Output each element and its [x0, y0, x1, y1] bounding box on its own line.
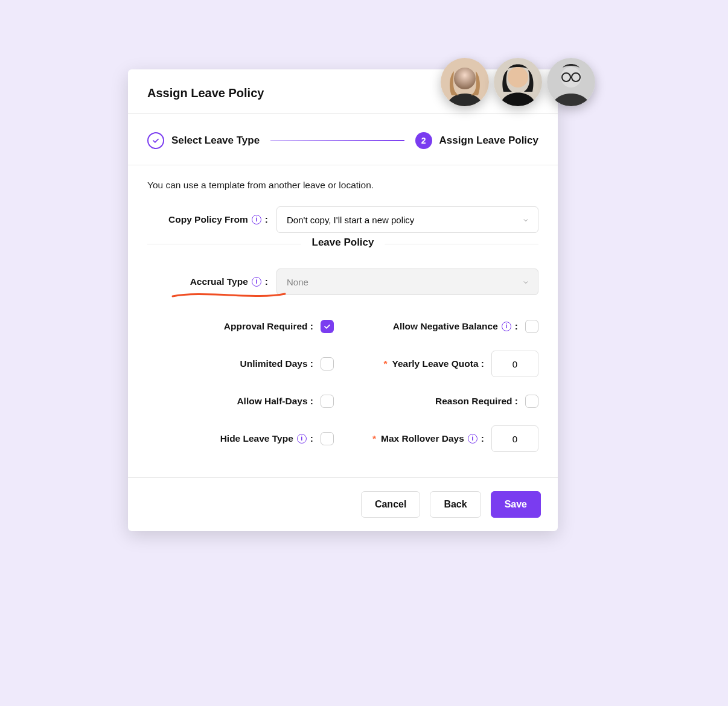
accrual-type-label: Accrual Type i :: [147, 276, 268, 287]
section-title: Leave Policy: [301, 237, 385, 249]
yearly-leave-quota-label: * Yearly Leave Quota :: [383, 358, 484, 369]
required-asterisk-icon: *: [383, 358, 387, 369]
info-icon[interactable]: i: [252, 215, 261, 224]
step-1: Select Leave Type: [147, 132, 260, 149]
info-icon[interactable]: i: [252, 277, 261, 287]
avatar: [494, 58, 542, 106]
info-icon[interactable]: i: [297, 434, 307, 444]
copy-policy-from-select[interactable]: Don't copy, I'll start a new policy: [276, 206, 538, 233]
avatar-group: [441, 58, 595, 106]
hide-leave-type-label: Hide Leave Type i :: [220, 433, 313, 444]
step-1-label: Select Leave Type: [171, 135, 260, 147]
copy-policy-from-label: Copy Policy From i :: [147, 214, 268, 225]
cancel-button[interactable]: Cancel: [361, 491, 420, 518]
reason-required-checkbox[interactable]: [525, 395, 538, 408]
info-icon[interactable]: i: [502, 322, 511, 331]
unlimited-days-label: Unlimited Days :: [240, 358, 313, 369]
chevron-down-icon: [522, 217, 528, 223]
max-rollover-days-label: * Max Rollover Days i :: [372, 433, 484, 444]
step-2: 2 Assign Leave Policy: [415, 132, 538, 149]
dialog-footer: Cancel Back Save: [128, 477, 558, 531]
unlimited-days-checkbox[interactable]: [321, 357, 334, 370]
approval-required-checkbox[interactable]: [321, 320, 334, 333]
step-connector: [270, 140, 404, 141]
allow-half-days-label: Allow Half-Days :: [237, 396, 313, 407]
allow-negative-balance-checkbox[interactable]: [525, 320, 538, 333]
allow-half-days-checkbox[interactable]: [321, 395, 334, 408]
intro-text: You can use a template from another leav…: [147, 180, 538, 191]
svg-point-1: [454, 68, 476, 89]
check-icon: [147, 132, 164, 149]
max-rollover-days-input[interactable]: [491, 425, 538, 452]
info-icon[interactable]: i: [468, 434, 477, 444]
required-asterisk-icon: *: [372, 433, 376, 444]
chevron-down-icon: [522, 279, 528, 285]
yearly-leave-quota-input[interactable]: [491, 351, 538, 377]
step-2-label: Assign Leave Policy: [439, 135, 538, 147]
allow-negative-balance-label: Allow Negative Balance i :: [393, 321, 518, 332]
save-button[interactable]: Save: [491, 491, 541, 518]
reason-required-label: Reason Required :: [435, 396, 518, 407]
avatar: [441, 58, 489, 106]
svg-point-3: [508, 67, 528, 87]
back-button[interactable]: Back: [430, 491, 481, 518]
accrual-type-select[interactable]: None: [276, 269, 538, 295]
avatar: [547, 58, 595, 106]
assign-leave-policy-dialog: Assign Leave Policy Select Leave Type 2 …: [128, 69, 558, 531]
step-indicator: Select Leave Type 2 Assign Leave Policy: [128, 114, 558, 165]
hide-leave-type-checkbox[interactable]: [321, 432, 334, 445]
approval-required-label: Approval Required :: [224, 321, 313, 332]
step-number-badge: 2: [415, 132, 432, 149]
